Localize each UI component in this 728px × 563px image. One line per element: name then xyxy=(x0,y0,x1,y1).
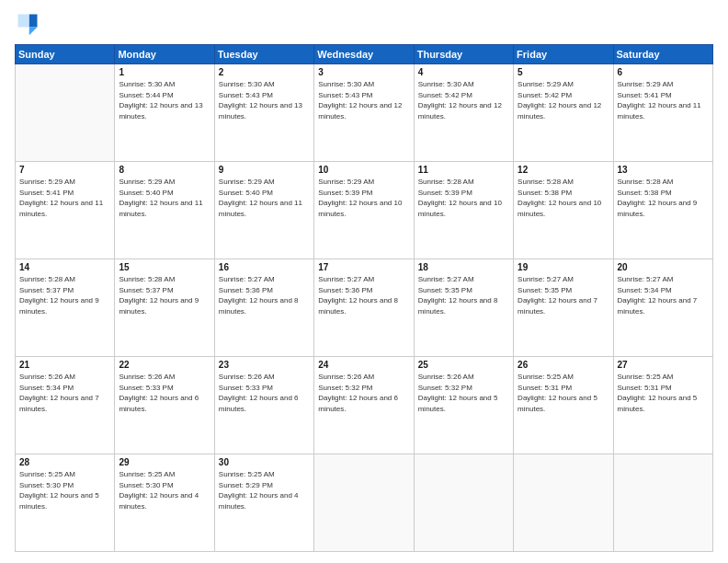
day-info: Sunrise: 5:30 AMSunset: 5:43 PMDaylight:… xyxy=(318,79,409,121)
calendar-day-cell: 12Sunrise: 5:28 AMSunset: 5:38 PMDayligh… xyxy=(514,162,613,259)
calendar-day-cell: 29Sunrise: 5:25 AMSunset: 5:30 PMDayligh… xyxy=(115,454,214,552)
calendar-day-cell: 13Sunrise: 5:28 AMSunset: 5:38 PMDayligh… xyxy=(613,162,712,259)
calendar-day-cell: 27Sunrise: 5:25 AMSunset: 5:31 PMDayligh… xyxy=(613,357,712,454)
day-number: 23 xyxy=(219,360,310,370)
calendar-day-cell: 30Sunrise: 5:25 AMSunset: 5:29 PMDayligh… xyxy=(214,454,313,552)
day-info: Sunrise: 5:25 AMSunset: 5:29 PMDaylight:… xyxy=(219,469,310,511)
calendar-day-cell: 2Sunrise: 5:30 AMSunset: 5:43 PMDaylight… xyxy=(214,64,313,162)
calendar-day-cell: 15Sunrise: 5:28 AMSunset: 5:37 PMDayligh… xyxy=(115,259,214,357)
day-number: 30 xyxy=(219,457,310,467)
svg-marker-2 xyxy=(18,15,29,28)
calendar-week-row: 28Sunrise: 5:25 AMSunset: 5:30 PMDayligh… xyxy=(16,454,713,552)
day-number: 22 xyxy=(119,360,210,370)
day-number: 10 xyxy=(318,165,409,175)
day-info: Sunrise: 5:30 AMSunset: 5:44 PMDaylight:… xyxy=(119,79,210,121)
day-info: Sunrise: 5:29 AMSunset: 5:40 PMDaylight:… xyxy=(219,177,310,219)
calendar-day-cell xyxy=(314,454,414,552)
header xyxy=(15,11,713,37)
day-number: 13 xyxy=(618,165,709,175)
calendar-day-cell: 24Sunrise: 5:26 AMSunset: 5:32 PMDayligh… xyxy=(314,357,414,454)
day-number: 21 xyxy=(19,360,110,370)
day-info: Sunrise: 5:30 AMSunset: 5:43 PMDaylight:… xyxy=(219,79,310,121)
day-number: 28 xyxy=(19,457,110,467)
day-number: 1 xyxy=(119,67,210,77)
day-number: 3 xyxy=(318,67,409,77)
calendar-day-cell: 28Sunrise: 5:25 AMSunset: 5:30 PMDayligh… xyxy=(16,454,115,552)
day-number: 4 xyxy=(418,67,509,77)
calendar-day-cell: 20Sunrise: 5:27 AMSunset: 5:34 PMDayligh… xyxy=(613,259,712,357)
calendar-day-cell: 22Sunrise: 5:26 AMSunset: 5:33 PMDayligh… xyxy=(115,357,214,454)
calendar-day-cell: 16Sunrise: 5:27 AMSunset: 5:36 PMDayligh… xyxy=(214,259,313,357)
day-info: Sunrise: 5:26 AMSunset: 5:33 PMDaylight:… xyxy=(219,372,310,414)
day-number: 7 xyxy=(19,165,110,175)
day-number: 29 xyxy=(119,457,210,467)
day-info: Sunrise: 5:28 AMSunset: 5:38 PMDaylight:… xyxy=(518,177,609,219)
day-info: Sunrise: 5:27 AMSunset: 5:35 PMDaylight:… xyxy=(418,274,509,316)
day-info: Sunrise: 5:26 AMSunset: 5:32 PMDaylight:… xyxy=(318,372,409,414)
calendar-day-header: Sunday xyxy=(16,45,115,64)
day-info: Sunrise: 5:29 AMSunset: 5:42 PMDaylight:… xyxy=(518,79,609,121)
calendar-day-header: Thursday xyxy=(414,45,513,64)
day-number: 5 xyxy=(518,67,609,77)
day-info: Sunrise: 5:25 AMSunset: 5:31 PMDaylight:… xyxy=(518,372,609,414)
calendar-day-cell xyxy=(414,454,513,552)
calendar-day-cell: 17Sunrise: 5:27 AMSunset: 5:36 PMDayligh… xyxy=(314,259,414,357)
svg-marker-0 xyxy=(29,15,38,28)
calendar-day-cell xyxy=(514,454,613,552)
day-number: 12 xyxy=(518,165,609,175)
calendar-day-cell: 11Sunrise: 5:28 AMSunset: 5:39 PMDayligh… xyxy=(414,162,513,259)
calendar-day-cell xyxy=(613,454,712,552)
calendar-day-header: Monday xyxy=(115,45,214,64)
calendar-day-header: Wednesday xyxy=(314,45,414,64)
calendar-week-row: 1Sunrise: 5:30 AMSunset: 5:44 PMDaylight… xyxy=(16,64,713,162)
calendar-day-header: Friday xyxy=(514,45,613,64)
calendar-day-cell: 4Sunrise: 5:30 AMSunset: 5:42 PMDaylight… xyxy=(414,64,513,162)
day-info: Sunrise: 5:29 AMSunset: 5:41 PMDaylight:… xyxy=(618,79,709,121)
day-number: 6 xyxy=(618,67,709,77)
day-info: Sunrise: 5:29 AMSunset: 5:39 PMDaylight:… xyxy=(318,177,409,219)
day-info: Sunrise: 5:28 AMSunset: 5:37 PMDaylight:… xyxy=(119,274,210,316)
day-info: Sunrise: 5:28 AMSunset: 5:39 PMDaylight:… xyxy=(418,177,509,219)
calendar-day-cell: 7Sunrise: 5:29 AMSunset: 5:41 PMDaylight… xyxy=(16,162,115,259)
day-number: 19 xyxy=(518,262,609,272)
day-info: Sunrise: 5:29 AMSunset: 5:41 PMDaylight:… xyxy=(19,177,110,219)
calendar-table: SundayMondayTuesdayWednesdayThursdayFrid… xyxy=(15,44,713,552)
svg-marker-1 xyxy=(29,28,38,36)
day-info: Sunrise: 5:29 AMSunset: 5:40 PMDaylight:… xyxy=(119,177,210,219)
logo xyxy=(15,11,44,37)
calendar-day-cell: 6Sunrise: 5:29 AMSunset: 5:41 PMDaylight… xyxy=(613,64,712,162)
day-number: 2 xyxy=(219,67,310,77)
calendar-day-cell: 10Sunrise: 5:29 AMSunset: 5:39 PMDayligh… xyxy=(314,162,414,259)
calendar-day-cell: 26Sunrise: 5:25 AMSunset: 5:31 PMDayligh… xyxy=(514,357,613,454)
day-number: 8 xyxy=(119,165,210,175)
calendar-week-row: 14Sunrise: 5:28 AMSunset: 5:37 PMDayligh… xyxy=(16,259,713,357)
calendar-header-row: SundayMondayTuesdayWednesdayThursdayFrid… xyxy=(16,45,713,64)
day-info: Sunrise: 5:26 AMSunset: 5:34 PMDaylight:… xyxy=(19,372,110,414)
day-info: Sunrise: 5:30 AMSunset: 5:42 PMDaylight:… xyxy=(418,79,509,121)
day-number: 16 xyxy=(219,262,310,272)
day-number: 26 xyxy=(518,360,609,370)
day-info: Sunrise: 5:27 AMSunset: 5:36 PMDaylight:… xyxy=(219,274,310,316)
day-number: 11 xyxy=(418,165,509,175)
day-number: 17 xyxy=(318,262,409,272)
day-info: Sunrise: 5:28 AMSunset: 5:37 PMDaylight:… xyxy=(19,274,110,316)
day-number: 14 xyxy=(19,262,110,272)
page: SundayMondayTuesdayWednesdayThursdayFrid… xyxy=(0,0,728,563)
calendar-day-cell: 3Sunrise: 5:30 AMSunset: 5:43 PMDaylight… xyxy=(314,64,414,162)
calendar-day-cell: 19Sunrise: 5:27 AMSunset: 5:35 PMDayligh… xyxy=(514,259,613,357)
calendar-day-cell: 25Sunrise: 5:26 AMSunset: 5:32 PMDayligh… xyxy=(414,357,513,454)
calendar-day-cell: 23Sunrise: 5:26 AMSunset: 5:33 PMDayligh… xyxy=(214,357,313,454)
calendar-day-cell xyxy=(16,64,115,162)
calendar-day-cell: 21Sunrise: 5:26 AMSunset: 5:34 PMDayligh… xyxy=(16,357,115,454)
calendar-day-header: Tuesday xyxy=(214,45,313,64)
day-number: 24 xyxy=(318,360,409,370)
calendar-week-row: 7Sunrise: 5:29 AMSunset: 5:41 PMDaylight… xyxy=(16,162,713,259)
logo-icon xyxy=(15,11,40,37)
day-info: Sunrise: 5:27 AMSunset: 5:35 PMDaylight:… xyxy=(518,274,609,316)
day-number: 15 xyxy=(119,262,210,272)
day-info: Sunrise: 5:28 AMSunset: 5:38 PMDaylight:… xyxy=(618,177,709,219)
day-info: Sunrise: 5:25 AMSunset: 5:31 PMDaylight:… xyxy=(618,372,709,414)
calendar-day-cell: 1Sunrise: 5:30 AMSunset: 5:44 PMDaylight… xyxy=(115,64,214,162)
day-info: Sunrise: 5:25 AMSunset: 5:30 PMDaylight:… xyxy=(119,469,210,511)
day-info: Sunrise: 5:27 AMSunset: 5:36 PMDaylight:… xyxy=(318,274,409,316)
